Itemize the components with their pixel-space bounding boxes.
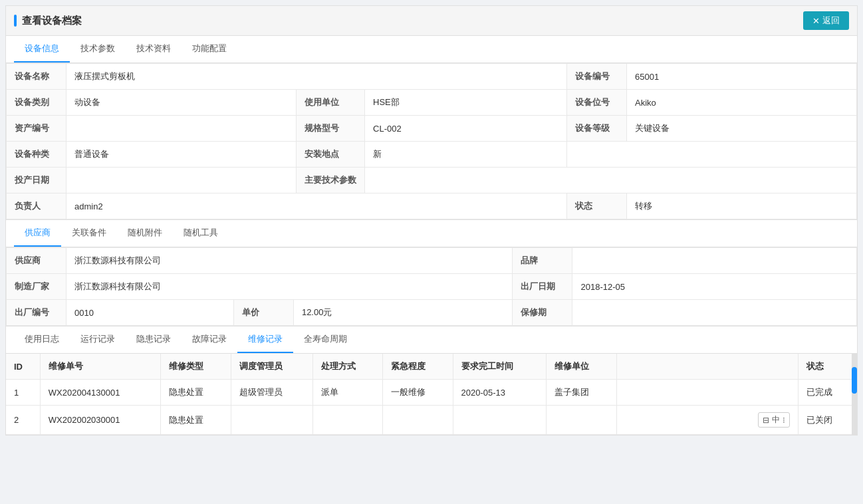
row1-method: 派单: [312, 380, 382, 406]
close-icon: ✕: [812, 16, 820, 26]
table-row: 投产日期 主要技术参数: [7, 168, 857, 193]
col-deadline: 要求完工时间: [453, 354, 547, 380]
spec-label: 规格型号: [297, 116, 365, 142]
col-urgency: 紧急程度: [383, 354, 453, 380]
supplier-value: 浙江数源科技有限公司: [66, 248, 513, 274]
device-info-table: 设备名称 液压摆式剪板机 设备编号 65001 设备类别 动设备 使用单位 HS…: [6, 63, 857, 219]
brand-value: [572, 248, 857, 274]
maker-value: 浙江数源科技有限公司: [66, 274, 513, 300]
device-type-label: 设备类别: [7, 90, 66, 116]
row2-type: 隐患处置: [161, 406, 231, 435]
warranty-value: [572, 300, 857, 326]
tab-tools[interactable]: 随机工具: [173, 220, 229, 247]
table-row: 供应商 浙江数源科技有限公司 品牌: [7, 248, 857, 274]
row2-status: 已关闭: [799, 406, 857, 435]
tab-hidden-danger[interactable]: 隐患记录: [126, 326, 182, 353]
tech-params-label: 主要技术参数: [297, 168, 365, 193]
row1-type: 隐患处置: [161, 380, 231, 406]
row1-unit: 盖子集团: [547, 380, 616, 406]
maker-label: 制造厂家: [7, 274, 66, 300]
row1-deadline: 2020-05-13: [453, 380, 547, 406]
tab-usage-log[interactable]: 使用日志: [14, 326, 70, 353]
exit-date-value: 2018-12-05: [572, 274, 857, 300]
brand-label: 品牌: [513, 248, 572, 274]
status-label: 状态: [566, 193, 626, 219]
serial-value: 0010: [66, 300, 234, 326]
tab-func-config[interactable]: 功能配置: [182, 36, 237, 63]
tab-lifecycle[interactable]: 全寿命周期: [293, 326, 358, 353]
bottom-tab-bar: 使用日志 运行记录 隐患记录 故障记录 维修记录 全寿命周期: [6, 326, 857, 354]
table-header-row: ID 维修单号 维修类型 调度管理员 处理方式 紧急程度 要求完工时间 维修单位…: [6, 354, 857, 380]
asset-code-label: 资产编号: [7, 116, 66, 142]
row1-urgency: 一般维修: [383, 380, 453, 406]
row2-deadline: [453, 406, 547, 435]
col-manager: 调度管理员: [231, 354, 312, 380]
use-unit-label: 使用单位: [297, 90, 365, 116]
person-value: admin2: [66, 193, 567, 219]
production-date-value: [66, 168, 297, 193]
asset-code-value: [66, 116, 297, 142]
tab-fault-record[interactable]: 故障记录: [182, 326, 237, 353]
language-switcher[interactable]: ⊟ 中 ⁝: [758, 412, 790, 428]
tab-device-info[interactable]: 设备信息: [14, 36, 70, 63]
main-tab-bar: 设备信息 技术参数 技术资料 功能配置: [6, 36, 857, 63]
col-order-no: 维修单号: [40, 354, 161, 380]
page-container: 查看设备档案 ✕ 返回 设备信息 技术参数 技术资料 功能配置 设备名称 液压摆…: [5, 5, 858, 436]
unit-price-value: 12.00元: [293, 300, 513, 326]
supplier-label: 供应商: [7, 248, 66, 274]
row1-order-no: WX202004130001: [40, 380, 161, 406]
maintenance-table: ID 维修单号 维修类型 调度管理员 处理方式 紧急程度 要求完工时间 维修单位…: [6, 354, 857, 435]
tab-tech-params[interactable]: 技术参数: [70, 36, 126, 63]
row1-empty: [616, 380, 799, 406]
table-row: 2 WX202002030001 隐患处置 ⊟ 中 ⁝: [6, 406, 857, 435]
table-row: 设备种类 普通设备 安装地点 新: [7, 142, 857, 168]
row2-id: 2: [6, 406, 40, 435]
scrollbar-thumb[interactable]: [852, 367, 857, 394]
return-button[interactable]: ✕ 返回: [803, 11, 849, 30]
row4-empty: [566, 142, 856, 168]
unit-price-label: 单价: [233, 300, 293, 326]
lang-label: 中: [772, 414, 780, 426]
col-status: [616, 354, 799, 380]
row2-method: [312, 406, 382, 435]
device-kind-label: 设备种类: [7, 142, 66, 168]
col-type: 维修类型: [161, 354, 231, 380]
serial-label: 出厂编号: [7, 300, 66, 326]
row2-urgency: [383, 406, 453, 435]
table-row: 制造厂家 浙江数源科技有限公司 出厂日期 2018-12-05: [7, 274, 857, 300]
device-name-label: 设备名称: [7, 64, 66, 90]
table-row: 设备名称 液压摆式剪板机 设备编号 65001: [7, 64, 857, 90]
warranty-label: 保修期: [513, 300, 572, 326]
row2-order-no: WX202002030001: [40, 406, 161, 435]
col-unit: 维修单位: [547, 354, 616, 380]
row1-manager: 超级管理员: [231, 380, 312, 406]
use-unit-value: HSE部: [365, 90, 567, 116]
tab-accessories[interactable]: 随机附件: [117, 220, 173, 247]
device-name-value: 液压摆式剪板机: [66, 64, 567, 90]
device-code-value: 65001: [626, 64, 856, 90]
scrollbar[interactable]: [852, 354, 857, 435]
table-row: 1 WX202004130001 隐患处置 超级管理员 派单 一般维修 2020…: [6, 380, 857, 406]
tab-tech-docs[interactable]: 技术资料: [126, 36, 182, 63]
tab-related-parts[interactable]: 关联备件: [61, 220, 117, 247]
tab-run-record[interactable]: 运行记录: [70, 326, 126, 353]
lang-caret-icon: ⁝: [783, 416, 785, 425]
row2-manager: [231, 406, 312, 435]
table-row: 设备类别 动设备 使用单位 HSE部 设备位号 Akiko: [7, 90, 857, 116]
row2-lang-switcher: ⊟ 中 ⁝: [616, 406, 799, 435]
table-row: 负责人 admin2 状态 转移: [7, 193, 857, 219]
exit-date-label: 出厂日期: [513, 274, 572, 300]
lang-icon: ⊟: [763, 416, 769, 425]
device-grade-value: 关键设备: [626, 116, 856, 142]
device-code-label: 设备编号: [566, 64, 626, 90]
tab-maintenance[interactable]: 维修记录: [237, 326, 293, 353]
tab-supplier[interactable]: 供应商: [14, 220, 61, 247]
device-pos-label: 设备位号: [566, 90, 626, 116]
table-row: 资产编号 规格型号 CL-002 设备等级 关键设备: [7, 116, 857, 142]
title-text: 查看设备档案: [22, 15, 82, 27]
device-pos-value: Akiko: [626, 90, 856, 116]
col-status-head: 状态: [799, 354, 857, 380]
production-date-label: 投产日期: [7, 168, 66, 193]
table-row: 出厂编号 0010 单价 12.00元 保修期: [7, 300, 857, 326]
device-grade-label: 设备等级: [566, 116, 626, 142]
